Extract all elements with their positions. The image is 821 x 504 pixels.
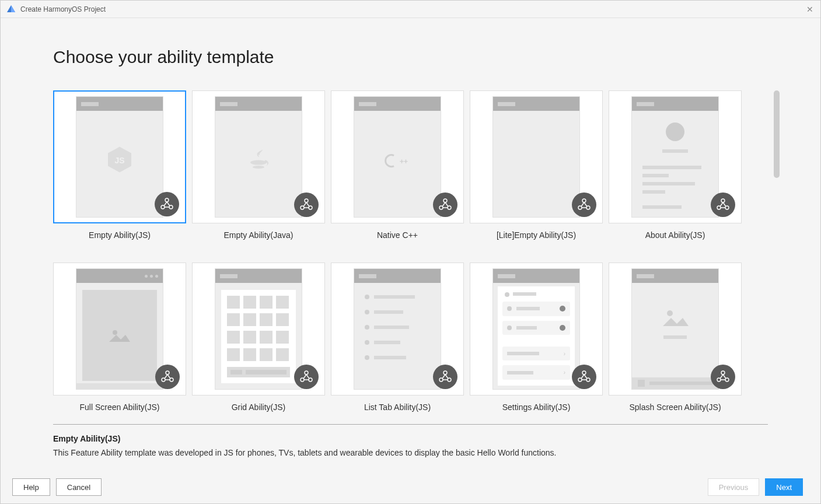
template-splash-js[interactable]: Splash Screen Ability(JS) [609,262,742,417]
avatar-icon [666,123,684,141]
titlebar: Create HarmonyOS Project ✕ [1,1,820,18]
template-empty-js[interactable]: JS Empty Ability(JS) [53,90,186,245]
harmony-badge-icon [433,192,457,217]
previous-button: Previous [708,478,760,496]
harmony-badge-icon [572,365,596,389]
template-fullscreen-js[interactable]: Full Screen Ability(JS) [53,262,186,417]
window-title: Create HarmonyOS Project [20,5,106,13]
page-title: Choose your ability template [53,47,768,67]
next-button[interactable]: Next [765,478,803,496]
app-logo-icon [6,5,16,14]
scrollbar[interactable] [774,90,780,178]
svg-point-21 [166,371,169,374]
svg-point-14 [582,199,586,202]
svg-point-2 [165,198,169,202]
svg-text:JS: JS [114,156,124,165]
svg-point-17 [721,199,725,202]
template-lite-empty-js[interactable]: [Lite]Empty Ability(JS) [470,90,603,245]
harmony-badge-icon [155,365,180,389]
harmony-badge-icon [294,365,319,389]
harmony-badge-icon [572,192,596,217]
svg-point-5 [250,160,267,165]
svg-point-24 [305,371,308,374]
template-grid: JS Empty Ability(JS) [53,90,768,417]
description-text: This Feature Ability template was develo… [53,448,768,457]
js-icon: JS [105,145,134,177]
template-empty-java[interactable]: Empty Ability(Java) [192,90,325,245]
svg-point-6 [253,166,264,169]
svg-point-33 [667,310,673,316]
template-label: About Ability(JS) [645,230,705,240]
template-label: Full Screen Ability(JS) [80,402,160,412]
footer: Help Cancel Previous Next [1,471,820,503]
harmony-badge-icon [294,192,319,217]
template-settings-js[interactable]: › › Settings Ability(JS) [470,262,603,417]
svg-point-20 [113,330,117,335]
svg-text:++: ++ [400,158,408,166]
svg-point-11 [443,199,447,202]
image-icon [108,327,131,344]
template-label: List Tab Ability(JS) [364,402,431,412]
cpp-icon: ++ [381,152,414,172]
description-block: Empty Ability(JS) This Feature Ability t… [1,425,820,457]
help-button[interactable]: Help [12,478,50,496]
harmony-badge-icon [711,365,735,389]
template-label: Native C++ [377,230,418,240]
template-listtab-js[interactable]: List Tab Ability(JS) [331,262,464,417]
template-native-cpp[interactable]: ++ Native C++ [331,90,464,245]
template-label: [Lite]Empty Ability(JS) [497,230,576,240]
close-icon[interactable]: ✕ [806,5,813,14]
template-label: Settings Ability(JS) [502,402,571,412]
template-label: Splash Screen Ability(JS) [629,402,721,412]
svg-point-30 [582,371,586,374]
cancel-button[interactable]: Cancel [56,478,102,496]
harmony-badge-icon [433,365,457,389]
template-about-js[interactable]: About Ability(JS) [609,90,742,245]
harmony-badge-icon [155,192,179,216]
template-label: Empty Ability(JS) [89,230,151,240]
svg-point-34 [721,371,725,374]
template-label: Empty Ability(Java) [223,230,293,240]
template-grid-js[interactable]: Grid Ability(JS) [192,262,325,417]
description-title: Empty Ability(JS) [53,434,768,443]
image-icon [661,306,690,330]
java-icon [244,145,273,177]
harmony-badge-icon [711,192,735,217]
template-label: Grid Ability(JS) [232,402,286,412]
svg-point-7 [305,199,308,202]
svg-point-27 [443,371,447,374]
